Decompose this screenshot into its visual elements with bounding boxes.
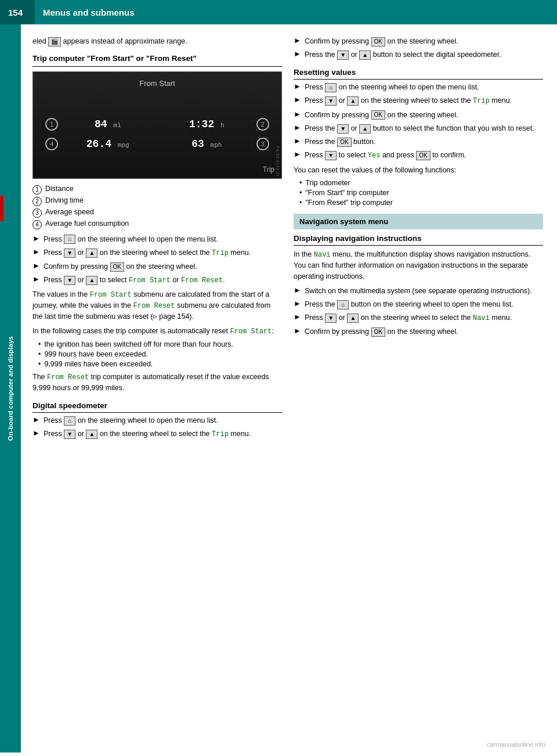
resetting-heading: Resetting values — [294, 68, 543, 80]
trip-distance: 84 mi — [58, 118, 157, 130]
nav-menu-box: Navigation system menu — [294, 214, 543, 229]
section-trip-computer: Trip computer "From Start" or "From Rese… — [32, 54, 282, 286]
trip-speed: 63 mph — [157, 138, 256, 150]
from-reset-text: The From Reset trip computer is automati… — [32, 372, 282, 394]
up-btn-nav3: ▲ — [347, 314, 359, 323]
can-reset-text: You can reset the values of the followin… — [294, 165, 543, 176]
nav-intro-text: In the Navi menu, the multifunction disp… — [294, 249, 543, 282]
section-trip-heading: Trip computer "From Start" or "From Rese… — [32, 54, 282, 63]
up-btn-icon-2: ▲ — [86, 276, 97, 285]
home-btn-icon: ⌂ — [64, 235, 75, 244]
legend-item-4: 4 Average fuel consumption — [32, 219, 282, 229]
circle-4: 4 — [45, 138, 58, 150]
legend-list: 1 Distance 2 Driving time 3 Average spee… — [32, 185, 282, 229]
page-body: On-board computer and displays eled 🎬 ap… — [0, 24, 557, 753]
content-area: eled 🎬 appears instead of approximate ra… — [21, 24, 557, 753]
page-header: 154 Menus and submenus — [0, 0, 557, 24]
reset-bullet-2: • "From Start" trip computer — [294, 189, 543, 197]
bullet-2: • 999 hours have been exceeded. — [32, 350, 282, 358]
down-btn-nav3: ▼ — [325, 314, 337, 323]
right-column: ► Confirm by pressing OK on the steering… — [294, 36, 543, 741]
down-btn-icon: ▼ — [64, 249, 75, 258]
intro-text: eled 🎬 appears instead of approximate ra… — [32, 36, 282, 47]
legend-item-2: 2 Driving time — [32, 196, 282, 206]
section-nav-instructions: Displaying navigation instructions In th… — [294, 234, 543, 337]
home-btn-ds1: ⌂ — [64, 416, 75, 426]
ok-btn-nav4: OK — [371, 327, 385, 337]
home-btn-nav2: ⌂ — [337, 300, 349, 309]
trip-image-title: From Start — [139, 79, 175, 88]
reset-bullet-3: • "From Reset" trip computer — [294, 199, 543, 207]
nav-step-1: ► Switch on the multimedia system (see s… — [294, 286, 543, 296]
up-btn-rv2: ▲ — [347, 96, 359, 106]
sidebar: On-board computer and displays — [0, 24, 21, 753]
bullet-1: • the ignition has been switched off for… — [32, 340, 282, 348]
down-btn-icon-2: ▼ — [64, 276, 75, 285]
rv-step-1: ► Press ⌂ on the steering wheel to open … — [294, 82, 543, 92]
down-btn-ds2: ▼ — [64, 430, 75, 439]
reset-bullet-1: • Trip odometer — [294, 179, 543, 187]
down-btn-rv4: ▼ — [337, 124, 349, 134]
down-btn-ds4: ▼ — [337, 51, 349, 60]
trip-tag: P4-33-4249-31 — [275, 146, 280, 177]
red-accent-bar — [0, 196, 3, 221]
circle-3: 3 — [256, 138, 269, 150]
section-digital-speedometer: Digital speedometer ► Press ⌂ on the ste… — [32, 401, 282, 440]
legend-item-1: 1 Distance — [32, 185, 282, 195]
step-1: ► Press ⌂ on the steering wheel to open … — [32, 234, 282, 244]
home-btn-rv1: ⌂ — [325, 83, 337, 92]
ds-step-1: ► Press ⌂ on the steering wheel to open … — [32, 415, 282, 426]
ok-btn-ds3: OK — [371, 37, 385, 46]
sidebar-label: On-board computer and displays — [0, 24, 21, 753]
rv-step-2: ► Press ▼ or ▲ on the steering wheel to … — [294, 95, 543, 106]
nav-instructions-heading: Displaying navigation instructions — [294, 234, 543, 246]
step-2: ► Press ▼ or ▲ on the steering wheel to … — [32, 247, 282, 258]
section-divider-1 — [32, 66, 282, 67]
ok-btn-rv5: OK — [337, 138, 351, 147]
trip-computer-image: From Start 1 84 mi 1:32 h 2 — [32, 71, 282, 179]
ok-btn-icon: OK — [110, 262, 124, 272]
rv-step-3: ► Confirm by pressing OK on the steering… — [294, 110, 543, 120]
body-text-2: In the following cases the trip computer… — [32, 326, 282, 337]
circle-2: 2 — [256, 118, 269, 131]
trip-time: 1:32 h — [157, 118, 256, 130]
page-number: 154 — [0, 0, 35, 24]
rv-step-6: ► Press ▼ to select Yes and press OK to … — [294, 150, 543, 161]
bullet-3: • 9,999 miles have been exceeded. — [32, 360, 282, 368]
trip-fuel: 26.4 mpg — [58, 138, 157, 150]
ds-step-3: ► Confirm by pressing OK on the steering… — [294, 36, 543, 46]
up-btn-rv4: ▲ — [359, 124, 371, 134]
rv-step-5: ► Press the OK button. — [294, 136, 543, 147]
ds-step-2: ► Press ▼ or ▲ on the steering wheel to … — [32, 429, 282, 440]
watermark: carmanualsoline.info — [487, 741, 545, 748]
page-title: Menus and submenus — [35, 0, 143, 24]
step-3: ► Confirm by pressing OK on the steering… — [32, 261, 282, 272]
step-4: ► Press ▼ or ▲ to select From Start or F… — [32, 275, 282, 286]
trip-bottom-label: Trip — [263, 165, 274, 174]
up-btn-ds2: ▲ — [86, 430, 97, 439]
nav-step-3: ► Press ▼ or ▲ on the steering wheel to … — [294, 312, 543, 323]
circle-1: 1 — [45, 118, 58, 131]
up-btn-icon: ▲ — [86, 249, 97, 258]
left-column: eled 🎬 appears instead of approximate ra… — [32, 36, 282, 741]
legend-item-3: 3 Average speed — [32, 208, 282, 218]
rv-step-4: ► Press the ▼ or ▲ button to select the … — [294, 123, 543, 134]
body-text-1: The values in the From Start submenu are… — [32, 289, 282, 322]
ds-step-4: ► Press the ▼ or ▲ button to select the … — [294, 49, 543, 60]
up-btn-ds4: ▲ — [359, 51, 371, 60]
nav-step-2: ► Press the ⌂ button on the steering whe… — [294, 299, 543, 309]
ok-btn-rv3: OK — [371, 110, 385, 120]
down-btn-rv6: ▼ — [325, 151, 337, 160]
down-btn-rv2: ▼ — [325, 96, 337, 106]
section-resetting-values: Resetting values ► Press ⌂ on the steeri… — [294, 68, 543, 161]
digital-speedometer-heading: Digital speedometer — [32, 401, 282, 413]
nav-step-4: ► Confirm by pressing OK on the steering… — [294, 326, 543, 337]
ok-btn-rv6: OK — [416, 151, 430, 160]
